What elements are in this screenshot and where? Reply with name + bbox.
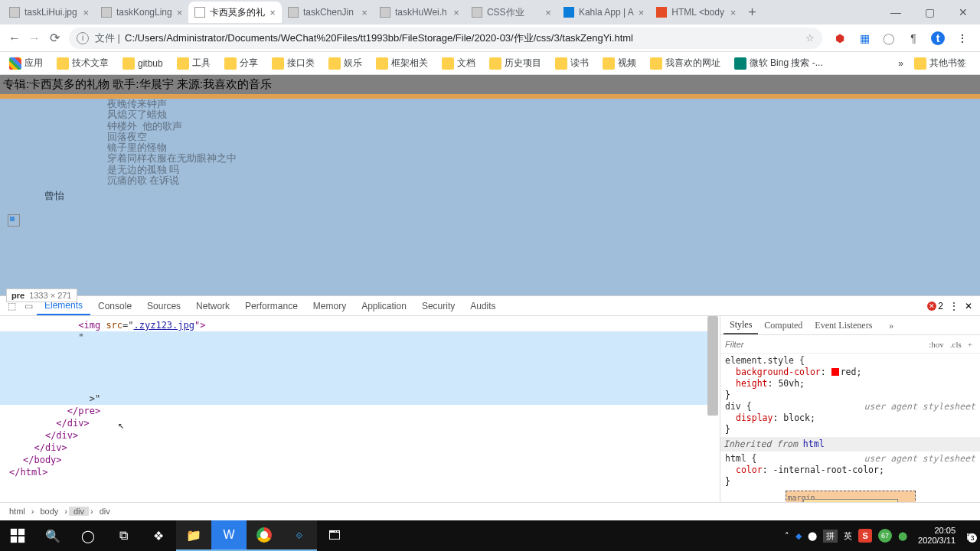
bookmarks-overflow[interactable]: »	[892, 58, 910, 69]
browser-tab[interactable]: taskChenJin×	[282, 2, 374, 23]
close-window-button[interactable]: ✕	[946, 6, 980, 18]
close-icon[interactable]: ×	[270, 7, 276, 18]
back-button[interactable]: ←	[5, 31, 24, 45]
taskbar-clock[interactable]: 20:05 2020/3/11	[913, 526, 960, 546]
tray-icon[interactable]: ⬤	[898, 531, 907, 541]
browser-tab[interactable]: taskKongLing×	[95, 2, 188, 23]
devtools-tab-memory[interactable]: Memory	[305, 296, 354, 315]
css-rules[interactable]: element.style { background-color: red; h…	[720, 354, 980, 502]
extension-icon[interactable]: ⬢	[833, 31, 847, 45]
forward-button[interactable]: →	[24, 31, 44, 45]
devtools-close-icon[interactable]: ✕	[965, 301, 972, 311]
extension-icon[interactable]: ▦	[858, 31, 871, 45]
bookmark-star-icon[interactable]: ☆	[805, 32, 815, 44]
crumb[interactable]: body	[35, 507, 63, 516]
page-info-icon[interactable]: i	[77, 32, 89, 44]
bookmark-folder[interactable]: 娱乐	[324, 57, 367, 70]
taskbar-explorer[interactable]: 📁	[176, 520, 211, 551]
taskview-button[interactable]: ⧉	[106, 520, 141, 551]
browser-tab[interactable]: taskHuWei.h×	[374, 2, 466, 23]
ime-indicator[interactable]: 拼	[823, 530, 838, 543]
cortana-button[interactable]: ◯	[70, 520, 106, 551]
hov-toggle[interactable]: :hov	[926, 340, 947, 349]
extension-icon[interactable]: ¶	[906, 31, 920, 45]
taskbar-app[interactable]: 🗔	[317, 520, 352, 551]
maximize-button[interactable]: ▢	[913, 6, 946, 18]
reload-button[interactable]: ⟳	[44, 31, 64, 45]
notifications-button[interactable]: ▤3	[966, 531, 974, 541]
crumb-selected[interactable]: div	[69, 507, 89, 516]
profile-avatar[interactable]: t	[931, 31, 945, 45]
start-button[interactable]	[0, 520, 35, 551]
tray-icon[interactable]: S	[858, 529, 872, 543]
bookmark-folder[interactable]: 接口类	[267, 57, 319, 70]
bookmark-apps[interactable]: 应用	[5, 57, 47, 70]
error-badge[interactable]: ✕2	[927, 301, 943, 311]
new-rule-button[interactable]: +	[965, 340, 975, 349]
browser-tab[interactable]: taskLiHui.jpg×	[3, 2, 95, 23]
styles-tab[interactable]: Styles	[724, 316, 758, 334]
css-value: 50vh;	[778, 378, 805, 389]
close-icon[interactable]: ×	[545, 7, 551, 18]
devtools-tab-application[interactable]: Application	[354, 296, 414, 315]
bookmark-folder[interactable]: 视频	[598, 57, 641, 70]
close-icon[interactable]: ×	[730, 7, 737, 18]
close-icon[interactable]: ×	[453, 7, 459, 18]
styles-filter-input[interactable]	[725, 340, 926, 349]
url-field[interactable]: i 文件 | C:/Users/Administrator/Documents/…	[69, 28, 822, 49]
bookmark-folder[interactable]: 读书	[550, 57, 593, 70]
devtools-tab-console[interactable]: Console	[90, 296, 139, 315]
more-tabs-icon[interactable]: »	[883, 316, 900, 334]
browser-tab[interactable]: HTML <body×	[650, 2, 742, 23]
close-icon[interactable]: ×	[639, 7, 645, 18]
dom-tree[interactable]: <img src=".zyz123.jpg"> " >" </pre> </di…	[0, 316, 720, 502]
close-icon[interactable]: ×	[361, 7, 368, 18]
listeners-tab[interactable]: Event Listeners	[808, 316, 878, 334]
search-button[interactable]: 🔍	[35, 520, 70, 551]
inherited-link[interactable]: html	[803, 439, 825, 449]
ua-label: user agent stylesheet	[864, 453, 975, 465]
bookmark-folder[interactable]: 分享	[220, 57, 263, 70]
devtools-tab-sources[interactable]: Sources	[139, 296, 188, 315]
close-icon[interactable]: ×	[177, 7, 183, 18]
bookmark-folder[interactable]: 工具	[172, 57, 215, 70]
taskbar-app[interactable]: ❖	[141, 520, 176, 551]
bookmark-folder[interactable]: 历史项目	[485, 57, 546, 70]
tray-icon[interactable]: ⬤	[808, 531, 817, 541]
devtools-tab-network[interactable]: Network	[188, 296, 237, 315]
bookmark-folder[interactable]: 我喜欢的网址	[645, 57, 725, 70]
browser-tab[interactable]: Kahla App | A×	[557, 2, 650, 23]
minimize-button[interactable]: —	[879, 6, 913, 18]
tray-chevron-icon[interactable]: ˄	[785, 531, 789, 541]
devtools-tab-performance[interactable]: Performance	[237, 296, 305, 315]
tray-icon[interactable]: ◆	[795, 531, 802, 541]
close-icon[interactable]: ×	[83, 7, 89, 18]
taskbar-chrome[interactable]	[247, 520, 282, 551]
taskbar-vscode[interactable]: ⟐	[282, 520, 317, 551]
crumb[interactable]: div	[95, 507, 115, 516]
bookmark-item[interactable]: 微软 Bing 搜索 -...	[730, 57, 828, 70]
ime-lang[interactable]: 英	[844, 530, 852, 542]
devtools-menu-icon[interactable]: ⋮	[949, 301, 959, 311]
taskbar-app[interactable]: W	[211, 520, 247, 551]
color-swatch-icon[interactable]	[831, 368, 839, 376]
crumb[interactable]: html	[5, 507, 30, 516]
other-bookmarks[interactable]: 其他书签	[910, 57, 971, 70]
devtools-tab-audits[interactable]: Audits	[462, 296, 503, 315]
new-tab-button[interactable]: +	[742, 5, 763, 21]
browser-tab-active[interactable]: 卡西莫多的礼×	[188, 2, 282, 23]
scrollbar[interactable]	[707, 316, 718, 502]
extension-icon[interactable]: ◯	[882, 31, 896, 45]
computed-tab[interactable]: Computed	[758, 316, 808, 334]
bookmark-folder[interactable]: gitbub	[118, 57, 168, 70]
bookmark-folder[interactable]: 文档	[437, 57, 480, 70]
box-model[interactable]: margin –	[786, 491, 916, 502]
devtools-tab-security[interactable]: Security	[414, 296, 462, 315]
cls-toggle[interactable]: .cls	[947, 340, 965, 349]
bookmark-folder[interactable]: 技术文章	[52, 57, 113, 70]
css-value: -internal-root-color;	[773, 465, 884, 475]
menu-icon[interactable]: ⋮	[956, 31, 969, 45]
tray-icon[interactable]: 67	[878, 529, 892, 543]
browser-tab[interactable]: CSS作业×	[466, 2, 557, 23]
bookmark-folder[interactable]: 框架相关	[371, 57, 433, 70]
